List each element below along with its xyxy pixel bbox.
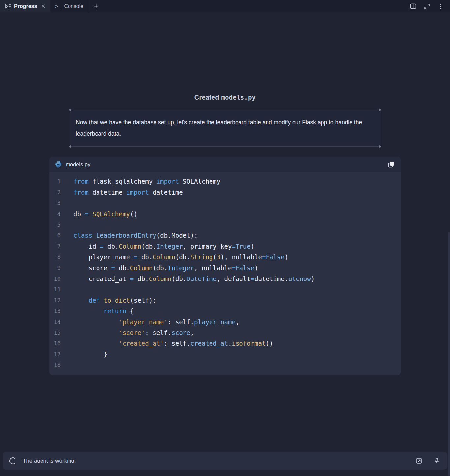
- copy-code-button[interactable]: [386, 159, 396, 169]
- close-tab-icon[interactable]: [41, 4, 45, 8]
- code-line: 13 return {: [49, 306, 401, 317]
- code-line: 9 score = db.Column(db.Integer, nullable…: [49, 262, 401, 273]
- window-controls: [408, 0, 450, 12]
- line-number: 5: [49, 222, 61, 228]
- code-text: from flask_sqlalchemy import SQLAlchemy: [61, 178, 220, 185]
- line-number: 11: [49, 286, 61, 293]
- spinner-icon: [9, 457, 16, 464]
- line-number: 14: [49, 319, 61, 325]
- line-number: 16: [49, 340, 61, 347]
- tab-label: Console: [64, 3, 83, 9]
- code-line: 14 'player_name': self.player_name,: [49, 316, 401, 327]
- code-text: created_at = db.Column(db.DateTime, defa…: [61, 275, 315, 282]
- selection-handle: [69, 145, 71, 148]
- python-icon: [55, 161, 62, 168]
- agent-note: Now that we have the database set up, le…: [70, 110, 380, 147]
- progress-list-icon: [5, 4, 11, 9]
- line-number: 18: [49, 362, 61, 368]
- code-line: 6class LeaderboardEntry(db.Model):: [49, 230, 401, 241]
- line-number: 4: [49, 211, 61, 217]
- code-line: 12 def to_dict(self):: [49, 295, 401, 306]
- code-text: 'player_name': self.player_name,: [61, 318, 239, 326]
- line-number: 6: [49, 232, 61, 239]
- code-text: score = db.Column(db.Integer, nullable=F…: [61, 264, 258, 272]
- code-line: 17 }: [49, 349, 401, 360]
- code-line: 2from datetime import datetime: [49, 187, 401, 198]
- step-title-action: Created: [194, 94, 219, 101]
- more-menu-icon[interactable]: [436, 1, 446, 11]
- expand-icon[interactable]: [422, 1, 432, 11]
- selection-handle: [69, 109, 71, 111]
- code-line: 16 'created_at': self.created_at.isoform…: [49, 338, 401, 349]
- line-number: 8: [49, 254, 61, 260]
- line-number: 12: [49, 297, 61, 304]
- tab-label: Progress: [14, 3, 37, 9]
- code-line: 10 created_at = db.Column(db.DateTime, d…: [49, 273, 401, 284]
- selection-handle: [379, 145, 381, 148]
- code-line: 7 id = db.Column(db.Integer, primary_key…: [49, 241, 401, 252]
- code-line: 8 player_name = db.Column(db.String(3), …: [49, 252, 401, 263]
- new-tab-button[interactable]: [88, 0, 103, 12]
- line-number: 17: [49, 351, 61, 357]
- code-line: 18: [49, 360, 401, 371]
- agent-status-message: The agent is working.: [23, 458, 76, 464]
- code-text: return {: [61, 307, 134, 315]
- code-text: def to_dict(self):: [61, 297, 156, 304]
- progress-panel: Created models.py Now that we have the d…: [0, 12, 450, 375]
- code-text: }: [61, 351, 107, 358]
- line-number: 9: [49, 265, 61, 271]
- status-actions: [414, 456, 441, 465]
- line-number: 15: [49, 330, 61, 336]
- line-number: 3: [49, 200, 61, 206]
- code-filename: models.py: [66, 161, 90, 168]
- code-text: 'created_at': self.created_at.isoformat(…: [61, 340, 273, 347]
- code-line: 5: [49, 219, 401, 230]
- code-line: 1from flask_sqlalchemy import SQLAlchemy: [49, 176, 401, 187]
- code-card: models.py 1from flask_sqlalchemy import …: [49, 157, 401, 375]
- code-text: class LeaderboardEntry(db.Model):: [61, 232, 198, 239]
- code-text: player_name = db.Column(db.String(3), nu…: [61, 253, 288, 261]
- code-line: 3: [49, 198, 401, 209]
- agent-status-bar: The agent is working.: [3, 452, 447, 470]
- code-line: 4db = SQLAlchemy(): [49, 208, 401, 219]
- tab-console[interactable]: >_ Console: [50, 0, 88, 12]
- line-number: 1: [49, 178, 61, 185]
- open-external-icon[interactable]: [414, 456, 424, 465]
- split-view-icon[interactable]: [408, 1, 418, 11]
- code-body[interactable]: 1from flask_sqlalchemy import SQLAlchemy…: [49, 172, 401, 375]
- code-text: 'score': self.score,: [61, 329, 194, 336]
- pin-icon[interactable]: [432, 456, 441, 465]
- code-line: 11: [49, 284, 401, 295]
- tab-progress[interactable]: Progress: [0, 0, 50, 12]
- line-number: 10: [49, 276, 61, 282]
- code-card-header: models.py: [49, 157, 401, 172]
- code-text: db = SQLAlchemy(): [61, 210, 138, 218]
- scrollbar-thumb[interactable]: [448, 232, 450, 476]
- line-number: 2: [49, 189, 61, 196]
- tab-bar: Progress >_ Console: [0, 0, 450, 12]
- agent-note-text: Now that we have the database set up, le…: [76, 119, 362, 137]
- step-title: Created models.py: [0, 94, 450, 101]
- terminal-prompt-icon: >_: [55, 3, 61, 9]
- code-line: 15 'score': self.score,: [49, 327, 401, 338]
- code-text: from datetime import datetime: [61, 189, 183, 196]
- line-number: 7: [49, 243, 61, 250]
- selection-handle: [379, 109, 381, 111]
- step-title-filename: models.py: [221, 94, 256, 101]
- code-text: id = db.Column(db.Integer, primary_key=T…: [61, 243, 254, 250]
- line-number: 13: [49, 308, 61, 314]
